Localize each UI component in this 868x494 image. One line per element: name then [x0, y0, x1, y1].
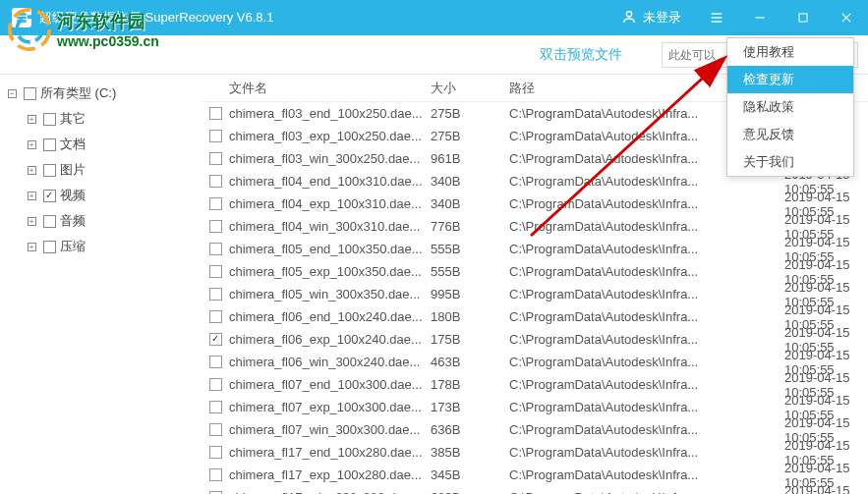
- cell-date: 2019-04-15 10:05:55: [784, 483, 868, 495]
- cell-name: chimera_fl03_end_100x250.dae...: [229, 106, 431, 121]
- tree-root[interactable]: − 所有类型 (C:): [4, 81, 198, 106]
- tree-checkbox[interactable]: [43, 241, 56, 253]
- row-checkbox[interactable]: [209, 243, 222, 255]
- cell-size: 275B: [431, 106, 509, 121]
- row-checkbox[interactable]: [209, 401, 222, 413]
- cell-size: 555B: [431, 264, 509, 279]
- row-checkbox[interactable]: [209, 423, 222, 436]
- row-checkbox[interactable]: [209, 378, 222, 391]
- cell-size: 345B: [431, 467, 509, 482]
- row-checkbox[interactable]: [209, 288, 222, 301]
- tree-item[interactable]: +图片: [4, 157, 198, 183]
- cell-name: chimera_fl07_exp_100x300.dae...: [229, 400, 431, 414]
- tree-item[interactable]: +其它: [4, 106, 198, 132]
- menu-button[interactable]: [695, 0, 738, 35]
- cell-size: 340B: [431, 196, 509, 211]
- tree-checkbox[interactable]: [43, 190, 56, 202]
- tree-label: 其它: [60, 110, 86, 128]
- row-checkbox[interactable]: [209, 310, 222, 323]
- menu-item[interactable]: 关于我们: [727, 148, 853, 176]
- row-checkbox[interactable]: [209, 265, 222, 278]
- cell-name: chimera_fl07_win_300x300.dae...: [229, 422, 431, 437]
- tree-item[interactable]: +音频: [4, 208, 198, 234]
- table-row[interactable]: chimera_fl06_end_100x240.dae...180BC:\Pr…: [202, 305, 868, 328]
- cell-path: C:\ProgramData\Autodesk\Infra...: [509, 242, 784, 256]
- cell-path: C:\ProgramData\Autodesk\Infra...: [509, 377, 784, 392]
- row-checkbox[interactable]: [209, 220, 222, 233]
- menu-item[interactable]: 使用教程: [727, 38, 853, 66]
- table-row[interactable]: chimera_fl04_win_300x310.dae...776BC:\Pr…: [202, 215, 868, 238]
- expand-icon[interactable]: +: [28, 192, 36, 200]
- table-row[interactable]: chimera_fl05_win_300x350.dae...995BC:\Pr…: [202, 283, 868, 305]
- cell-name: chimera_fl05_end_100x350.dae...: [229, 242, 431, 256]
- table-row[interactable]: chimera_fl17_win_300x280.dae...682BC:\Pr…: [202, 486, 868, 494]
- row-checkbox[interactable]: [209, 197, 222, 210]
- row-checkbox[interactable]: [209, 356, 222, 368]
- row-checkbox[interactable]: [209, 446, 222, 459]
- tree-item[interactable]: +视频: [4, 183, 198, 208]
- login-label: 未登录: [643, 9, 681, 27]
- table-row[interactable]: chimera_fl07_win_300x300.dae...636BC:\Pr…: [202, 418, 868, 441]
- app-title: 超级硬盘数据恢复 SuperRecovery V6.8.1: [39, 9, 273, 27]
- login-button[interactable]: 未登录: [608, 9, 695, 27]
- cell-size: 178B: [431, 377, 509, 392]
- cell-size: 340B: [431, 174, 509, 189]
- cell-size: 180B: [431, 309, 509, 324]
- expand-icon[interactable]: +: [28, 166, 36, 175]
- cell-size: 776B: [431, 219, 509, 234]
- cell-size: 275B: [431, 129, 509, 143]
- cell-path: C:\ProgramData\Autodesk\Infra...: [509, 355, 784, 369]
- table-row[interactable]: chimera_fl07_end_100x300.dae...178BC:\Pr…: [202, 373, 868, 396]
- table-row[interactable]: chimera_fl05_exp_100x350.dae...555BC:\Pr…: [202, 260, 868, 283]
- cell-path: C:\ProgramData\Autodesk\Infra...: [509, 287, 784, 302]
- collapse-icon[interactable]: −: [8, 89, 17, 98]
- cell-name: chimera_fl05_win_300x350.dae...: [229, 287, 431, 302]
- expand-icon[interactable]: +: [28, 243, 36, 251]
- titlebar-left: 超级硬盘数据恢复 SuperRecovery V6.8.1: [12, 8, 273, 27]
- table-row[interactable]: chimera_fl17_exp_100x280.dae...345BC:\Pr…: [202, 464, 868, 486]
- col-name[interactable]: 文件名: [229, 80, 431, 97]
- cell-name: chimera_fl17_exp_100x280.dae...: [229, 467, 431, 482]
- row-checkbox[interactable]: [209, 130, 222, 142]
- menu-item[interactable]: 检查更新: [727, 66, 853, 93]
- tree-item[interactable]: +文档: [4, 132, 198, 157]
- cell-name: chimera_fl06_exp_100x240.dae...: [229, 332, 431, 347]
- cell-name: chimera_fl06_end_100x240.dae...: [229, 309, 431, 324]
- cell-path: C:\ProgramData\Autodesk\Infra...: [509, 490, 784, 494]
- tree-root-checkbox[interactable]: [24, 87, 36, 100]
- table-row[interactable]: chimera_fl04_exp_100x310.dae...340BC:\Pr…: [202, 192, 868, 215]
- expand-icon[interactable]: +: [28, 140, 36, 149]
- tree-item[interactable]: +压缩: [4, 234, 198, 259]
- expand-icon[interactable]: +: [28, 217, 36, 226]
- table-row[interactable]: chimera_fl06_win_300x240.dae...463BC:\Pr…: [202, 351, 868, 373]
- table-row[interactable]: chimera_fl17_end_100x280.dae...385BC:\Pr…: [202, 441, 868, 464]
- tree-checkbox[interactable]: [43, 138, 56, 151]
- table-row[interactable]: chimera_fl06_exp_100x240.dae...175BC:\Pr…: [202, 328, 868, 351]
- tree-checkbox[interactable]: [43, 113, 56, 126]
- cell-name: chimera_fl04_end_100x310.dae...: [229, 174, 431, 189]
- tree-checkbox[interactable]: [43, 215, 56, 228]
- sidebar: − 所有类型 (C:) +其它+文档+图片+视频+音频+压缩: [0, 75, 202, 494]
- row-checkbox[interactable]: [209, 468, 222, 481]
- cell-name: chimera_fl04_win_300x310.dae...: [229, 219, 431, 234]
- cell-size: 961B: [431, 151, 509, 166]
- svg-point-0: [626, 11, 631, 16]
- close-button[interactable]: [825, 0, 868, 35]
- col-size[interactable]: 大小: [431, 80, 509, 97]
- table-row[interactable]: chimera_fl07_exp_100x300.dae...173BC:\Pr…: [202, 396, 868, 418]
- tree-checkbox[interactable]: [43, 164, 56, 177]
- row-checkbox[interactable]: [209, 333, 222, 346]
- tree-label: 图片: [60, 161, 86, 179]
- expand-icon[interactable]: +: [28, 115, 36, 124]
- menu-item[interactable]: 意见反馈: [727, 121, 853, 148]
- table-row[interactable]: chimera_fl05_end_100x350.dae...555BC:\Pr…: [202, 238, 868, 260]
- minimize-button[interactable]: [738, 0, 781, 35]
- menu-item[interactable]: 隐私政策: [727, 93, 853, 121]
- row-checkbox[interactable]: [209, 152, 222, 165]
- maximize-button[interactable]: [781, 0, 825, 35]
- cell-size: 463B: [431, 355, 509, 369]
- row-checkbox[interactable]: [209, 107, 222, 120]
- row-checkbox[interactable]: [209, 175, 222, 188]
- cell-name: chimera_fl03_exp_100x250.dae...: [229, 129, 431, 143]
- tree-root-label: 所有类型 (C:): [40, 84, 116, 102]
